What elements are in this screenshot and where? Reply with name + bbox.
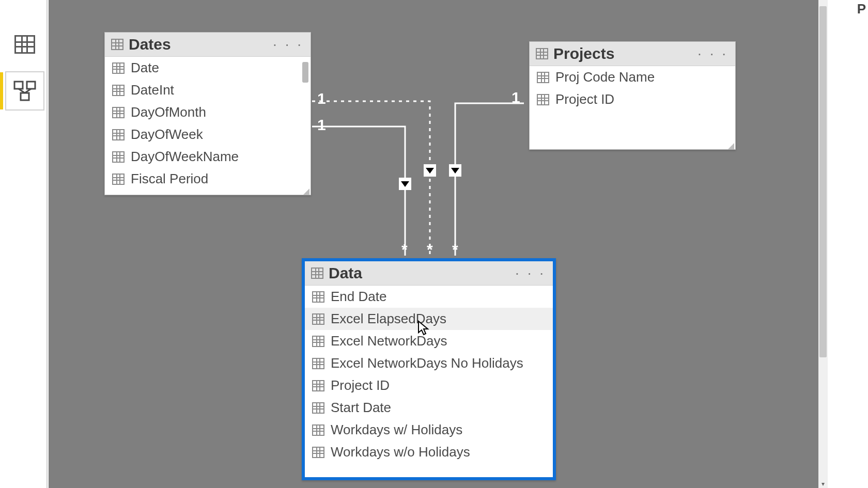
table-icon bbox=[14, 35, 35, 54]
column-icon bbox=[112, 107, 125, 118]
resize-handle[interactable] bbox=[303, 187, 309, 194]
svg-rect-0 bbox=[14, 82, 23, 89]
table-header[interactable]: Dates · · · bbox=[105, 33, 311, 57]
column-icon bbox=[112, 85, 125, 96]
field-item[interactable]: Project ID bbox=[305, 374, 553, 397]
cardinality-one: 1 bbox=[512, 89, 520, 106]
field-item[interactable]: Excel NetworkDays No Holidays bbox=[305, 352, 553, 374]
field-item[interactable]: Excel ElapsedDays bbox=[305, 308, 553, 330]
column-icon bbox=[112, 174, 125, 185]
cardinality-many: * bbox=[452, 241, 458, 258]
table-title: Projects bbox=[553, 45, 695, 62]
column-icon bbox=[537, 94, 549, 105]
field-item[interactable]: Excel NetworkDays bbox=[305, 330, 553, 352]
field-item[interactable]: Date bbox=[105, 57, 311, 79]
column-icon bbox=[312, 424, 324, 436]
table-icon bbox=[536, 48, 548, 59]
table-title: Data bbox=[329, 264, 513, 282]
column-icon bbox=[312, 380, 324, 391]
column-icon bbox=[312, 336, 324, 347]
table-icon bbox=[311, 267, 323, 279]
model-icon bbox=[13, 81, 36, 101]
field-list: Proj Code Name Project ID bbox=[530, 66, 735, 149]
column-icon bbox=[312, 447, 324, 458]
field-item[interactable]: Start Date bbox=[305, 397, 553, 419]
column-icon bbox=[312, 313, 324, 325]
field-item[interactable]: DateInt bbox=[105, 79, 311, 101]
field-item[interactable]: Workdays w/o Holidays bbox=[305, 441, 553, 463]
field-scrollbar[interactable] bbox=[302, 62, 308, 83]
field-item[interactable]: Fiscal Period bbox=[105, 168, 311, 190]
column-icon bbox=[312, 402, 324, 414]
svg-rect-1 bbox=[27, 82, 35, 89]
data-view-button[interactable] bbox=[6, 26, 43, 63]
more-options-button[interactable]: · · · bbox=[271, 36, 305, 53]
view-rail bbox=[0, 0, 48, 488]
canvas-vertical-scrollbar[interactable]: ▾ bbox=[818, 0, 828, 488]
column-icon bbox=[112, 129, 125, 140]
svg-rect-2 bbox=[21, 93, 29, 100]
field-list: Date DateInt DayOfMonth DayOfWeek DayOfW… bbox=[105, 57, 311, 193]
field-item[interactable]: Proj Code Name bbox=[530, 66, 735, 88]
field-list: End Date Excel ElapsedDays Excel Network… bbox=[305, 286, 553, 463]
table-header[interactable]: Projects · · · bbox=[530, 42, 735, 66]
cardinality-one: 1 bbox=[317, 90, 326, 107]
table-icon bbox=[111, 39, 123, 50]
table-dates[interactable]: Dates · · · Date DateInt DayOfMonth DayO… bbox=[104, 32, 311, 195]
model-canvas[interactable]: 1 * 1 * 1 * Dates · · · Date DateInt Day… bbox=[49, 0, 818, 488]
column-icon bbox=[112, 62, 125, 74]
more-options-button[interactable]: · · · bbox=[695, 45, 730, 62]
column-icon bbox=[537, 72, 549, 83]
resize-handle[interactable] bbox=[728, 142, 734, 148]
table-data[interactable]: Data · · · End Date Excel ElapsedDays Ex… bbox=[302, 258, 556, 480]
table-header[interactable]: Data · · · bbox=[305, 261, 553, 286]
cardinality-many: * bbox=[427, 241, 433, 258]
field-item[interactable]: DayOfWeekName bbox=[105, 146, 311, 168]
more-options-button[interactable]: · · · bbox=[513, 265, 548, 281]
column-icon bbox=[312, 358, 324, 369]
filter-direction-icon bbox=[449, 164, 461, 177]
filter-direction-icon bbox=[399, 178, 411, 190]
field-item[interactable]: DayOfMonth bbox=[105, 101, 311, 123]
cardinality-one: 1 bbox=[317, 116, 326, 134]
scroll-down-icon[interactable]: ▾ bbox=[818, 480, 828, 488]
column-icon bbox=[312, 291, 324, 303]
pane-label-peek: P bbox=[857, 1, 866, 17]
model-view-button[interactable] bbox=[6, 72, 43, 109]
table-projects[interactable]: Projects · · · Proj Code Name Project ID bbox=[529, 41, 736, 150]
field-item[interactable]: End Date bbox=[305, 286, 553, 308]
field-item[interactable]: DayOfWeek bbox=[105, 123, 311, 146]
cardinality-many: * bbox=[401, 241, 408, 258]
table-title: Dates bbox=[129, 36, 271, 53]
filter-direction-icon bbox=[424, 164, 436, 177]
scrollbar-thumb[interactable] bbox=[819, 6, 827, 357]
column-icon bbox=[112, 151, 125, 163]
field-item[interactable]: Project ID bbox=[530, 88, 735, 111]
field-item[interactable]: Workdays w/ Holidays bbox=[305, 419, 553, 441]
